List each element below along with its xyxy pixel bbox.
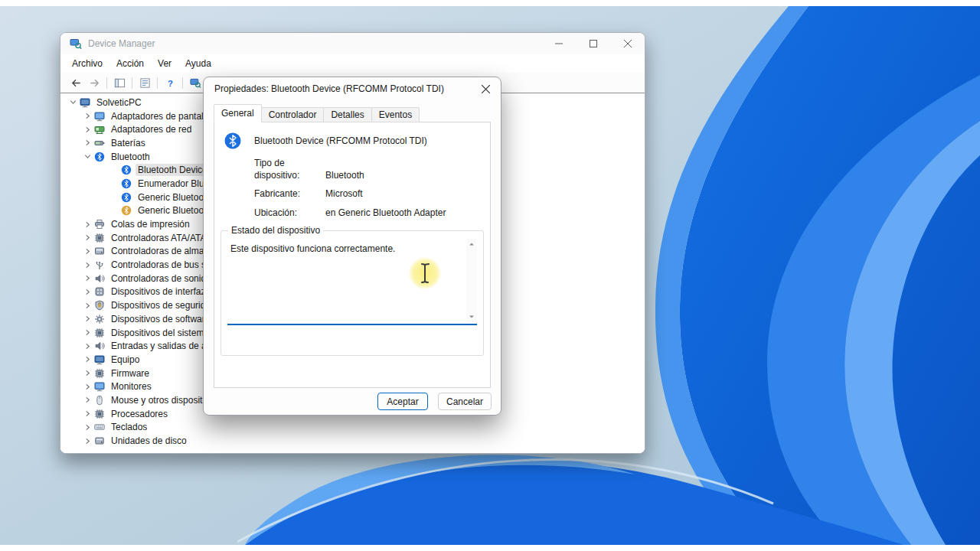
field-value: Microsoft	[325, 188, 363, 201]
tree-item[interactable]: Teclados	[60, 421, 645, 435]
chevron-right-icon[interactable]	[81, 435, 93, 446]
menu-item[interactable]: Acción	[109, 56, 151, 71]
properties-button[interactable]	[136, 75, 154, 91]
chevron-right-icon[interactable]	[81, 300, 93, 311]
dialog-tabs: GeneralControladorDetallesEventos	[214, 104, 419, 122]
general-tab-panel: Bluetooth Device (RFCOMM Protocol TDI) T…	[214, 122, 491, 388]
scroll-down-icon[interactable]	[469, 314, 475, 320]
tab-controlador[interactable]: Controlador	[261, 107, 325, 122]
cancel-button[interactable]: Cancelar	[438, 393, 492, 410]
bluetooth-icon	[121, 192, 132, 203]
scan-hardware-button[interactable]	[186, 75, 204, 91]
chevron-right-icon[interactable]	[81, 111, 93, 122]
tree-item-label: Baterías	[109, 137, 148, 149]
field-value: en Generic Bluetooth Adapter	[325, 207, 446, 220]
field-label: Ubicación:	[254, 207, 325, 220]
tree-item-label: Colas de impresión	[109, 218, 192, 230]
help-button[interactable]: ?	[161, 75, 179, 91]
chevron-right-icon[interactable]	[81, 233, 93, 243]
chevron-right-icon[interactable]	[81, 138, 93, 148]
chevron-right-icon[interactable]	[81, 368, 93, 379]
status-text: Este dispositivo funciona correctamente.	[227, 239, 477, 254]
chevron-down-icon[interactable]	[81, 152, 93, 162]
chevron-right-icon[interactable]	[81, 286, 93, 297]
menu-item[interactable]: Ayuda	[178, 56, 218, 71]
tree-item-label: Adaptadores de pantalla	[109, 110, 213, 122]
letterbox-top	[0, 0, 980, 6]
show-console-tree-button[interactable]	[110, 75, 129, 91]
tab-eventos[interactable]: Eventos	[371, 107, 420, 122]
dialog-close-button[interactable]	[475, 80, 496, 98]
field-row: Ubicación: en Generic Bluetooth Adapter	[254, 207, 482, 220]
chip-icon	[94, 409, 105, 419]
printer-icon	[94, 219, 105, 230]
device-status-textbox[interactable]: Este dispositivo funciona correctamente.	[227, 239, 477, 325]
chevron-spacer	[108, 192, 120, 203]
chevron-right-icon[interactable]	[81, 341, 93, 351]
chevron-right-icon[interactable]	[81, 422, 93, 432]
scrollbar[interactable]	[466, 239, 477, 322]
device-header: Bluetooth Device (RFCOMM Protocol TDI)	[224, 132, 427, 150]
chevron-right-icon[interactable]	[81, 246, 93, 256]
bluetooth-device-icon	[224, 132, 242, 150]
device-name: Bluetooth Device (RFCOMM Protocol TDI)	[254, 135, 427, 146]
field-row: Tipo de dispositivo: Bluetooth	[254, 158, 482, 181]
dialog-titlebar[interactable]: Propiedades: Bluetooth Device (RFCOMM Pr…	[204, 77, 501, 100]
window-titlebar[interactable]: Device Manager	[60, 33, 645, 54]
group-legend: Estado del dispositivo	[228, 225, 323, 236]
back-button[interactable]	[67, 75, 85, 91]
chevron-right-icon[interactable]	[81, 409, 93, 419]
mouse-icon	[94, 395, 105, 406]
chevron-right-icon[interactable]	[81, 314, 93, 324]
storage-icon	[94, 246, 105, 256]
chevron-spacer	[108, 178, 120, 189]
tree-item-label: Dispositivos de seguridad	[109, 299, 218, 311]
tree-item-label: Monitores	[109, 380, 154, 393]
tree-item-label: Procesadores	[109, 408, 170, 420]
accept-button[interactable]: Aceptar	[377, 393, 428, 410]
chevron-right-icon[interactable]	[81, 328, 93, 338]
close-button[interactable]	[610, 33, 645, 54]
dm-menubar: ArchivoAcciónVerAyuda	[60, 54, 645, 73]
desktop: Device Manager ArchivoAcciónVerAyuda ? S…	[0, 6, 980, 545]
tab-general[interactable]: General	[214, 104, 262, 122]
field-label: Fabricante:	[254, 188, 325, 201]
sound-icon	[94, 341, 105, 351]
display-icon	[94, 381, 105, 392]
chevron-spacer	[108, 205, 120, 216]
field-value: Bluetooth	[325, 170, 364, 182]
toolbar-separator	[132, 77, 132, 89]
chevron-down-icon[interactable]	[67, 97, 79, 108]
menu-item[interactable]: Ver	[151, 56, 178, 71]
screen: Device Manager ArchivoAcciónVerAyuda ? S…	[0, 0, 980, 551]
sound-icon	[94, 273, 105, 284]
chevron-right-icon[interactable]	[81, 273, 93, 284]
network-icon	[94, 124, 105, 135]
maximize-button[interactable]	[576, 33, 610, 54]
dialog-title: Propiedades: Bluetooth Device (RFCOMM Pr…	[214, 83, 444, 94]
tree-item-label: Adaptadores de red	[109, 123, 194, 135]
bluetooth-icon	[94, 152, 105, 162]
chevron-right-icon[interactable]	[81, 124, 93, 135]
chevron-right-icon[interactable]	[81, 354, 93, 365]
window-title: Device Manager	[88, 38, 155, 49]
chevron-right-icon[interactable]	[81, 219, 93, 230]
tree-item-label: Equipo	[109, 354, 142, 366]
toolbar-separator	[106, 77, 107, 89]
chevron-right-icon[interactable]	[81, 381, 93, 392]
tab-detalles[interactable]: Detalles	[323, 107, 371, 122]
minimize-button[interactable]	[541, 33, 576, 54]
menu-item[interactable]: Archivo	[65, 56, 109, 71]
chevron-right-icon[interactable]	[81, 259, 93, 270]
scroll-up-icon[interactable]	[469, 241, 475, 247]
device-status-group: Estado del dispositivo Este dispositivo …	[220, 230, 484, 356]
forward-button[interactable]	[85, 75, 103, 91]
hid-icon	[94, 286, 105, 297]
window-controls	[541, 33, 645, 54]
software-icon	[94, 314, 105, 324]
tree-item[interactable]: Unidades de disco	[60, 434, 645, 448]
dialog-buttons: Aceptar Cancelar	[377, 393, 492, 410]
chevron-right-icon[interactable]	[81, 395, 93, 406]
tree-item-label: SolveticPC	[94, 96, 144, 109]
tree-item-label: Teclados	[109, 421, 149, 433]
